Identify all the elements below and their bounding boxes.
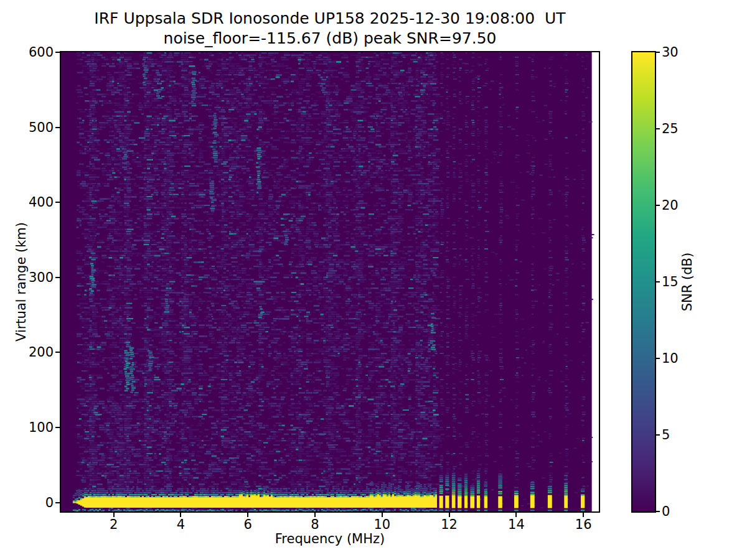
x-tick-label: 4 (177, 517, 185, 532)
y-tick-mark (55, 352, 60, 353)
colorbar-tick-label: 20 (662, 197, 679, 213)
x-tick-label: 16 (575, 517, 592, 532)
colorbar-label: SNR (dB) (680, 253, 695, 311)
colorbar-tick-mark (656, 281, 660, 282)
y-tick-mark (55, 127, 60, 128)
y-tick-label: 300 (4, 269, 54, 286)
x-tick-label: 6 (244, 517, 252, 532)
x-tick-mark (382, 513, 383, 517)
x-tick-mark (113, 513, 115, 517)
x-tick-label: 10 (374, 517, 390, 532)
y-tick-mark (55, 502, 60, 503)
plot-area (60, 51, 600, 513)
x-tick-mark (180, 513, 181, 517)
y-tick-mark (55, 52, 60, 53)
chart-title-line-2: noise_floor=-115.67 (dB) peak SNR=97.50 (60, 29, 600, 49)
colorbar-tick-mark (656, 128, 660, 129)
y-axis-label: Virtual range (km) (14, 222, 29, 342)
y-tick-label: 600 (4, 44, 54, 60)
colorbar (631, 51, 656, 513)
x-tick-mark (449, 513, 450, 517)
colorbar-tick-mark (656, 205, 660, 206)
colorbar-tick-label: 30 (662, 44, 679, 60)
colorbar-tick-mark (656, 52, 660, 53)
colorbar-tick-label: 10 (662, 350, 679, 366)
colorbar-tick-mark (656, 511, 660, 512)
chart-title-line-1: IRF Uppsala SDR Ionosonde UP158 2025-12-… (60, 9, 600, 29)
x-tick-mark (314, 513, 316, 517)
colorbar-tick-mark (656, 358, 660, 359)
x-tick-label: 12 (441, 517, 458, 532)
y-tick-mark (55, 202, 60, 203)
colorbar-tick-label: 5 (662, 427, 670, 443)
y-tick-label: 200 (4, 344, 54, 360)
x-tick-label: 2 (110, 517, 118, 532)
y-tick-label: 400 (4, 194, 54, 210)
colorbar-tick-mark (656, 434, 660, 436)
x-tick-mark (583, 513, 584, 517)
chart-title: IRF Uppsala SDR Ionosonde UP158 2025-12-… (60, 9, 600, 49)
x-tick-label: 14 (508, 517, 525, 532)
colorbar-tick-label: 0 (662, 503, 670, 520)
x-tick-label: 8 (311, 517, 319, 532)
ionogram-figure: IRF Uppsala SDR Ionosonde UP158 2025-12-… (0, 0, 747, 560)
y-tick-mark (55, 277, 60, 278)
x-tick-mark (247, 513, 248, 517)
colorbar-tick-label: 15 (662, 274, 679, 290)
y-tick-label: 500 (4, 119, 54, 136)
colorbar-tick-label: 25 (662, 121, 679, 137)
x-axis-label: Frequency (MHz) (60, 531, 600, 546)
y-tick-label: 0 (4, 495, 54, 511)
y-tick-mark (55, 427, 60, 428)
colorbar-gradient-canvas (632, 52, 655, 511)
ionogram-heatmap-canvas (61, 52, 599, 511)
y-tick-label: 100 (4, 419, 54, 436)
x-tick-mark (515, 513, 517, 517)
